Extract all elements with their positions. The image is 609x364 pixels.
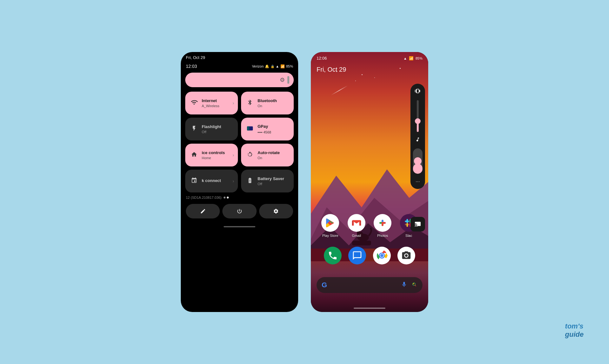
messages-app[interactable] (348, 247, 366, 264)
status-bar-right: 12:06 ▲ 📶 85% (311, 52, 428, 62)
home-indicator-left (224, 226, 255, 227)
quick-connect-title: k connect (202, 178, 233, 183)
play-store-app[interactable]: Play Store (319, 214, 341, 237)
wifi-icon (190, 99, 199, 107)
quick-tiles-grid: Internet A_Wireless › Bluetooth On (185, 92, 294, 192)
battery-saver-subtitle: Off (258, 182, 289, 186)
screenshots-container: Fri, Oct 29 12:03 Verizon 🔔 🔒 ▲ 📶 85% ⚙ (181, 52, 428, 312)
play-store-label: Play Store (322, 234, 338, 237)
phone-right: 12:06 ▲ 📶 85% Fri, Oct 29 (311, 52, 428, 312)
watermark-line1: tom's (565, 322, 583, 330)
gpay-icon (246, 125, 254, 133)
signal-icon-left: 📶 (280, 64, 285, 68)
shooting-star (331, 85, 348, 95)
star (374, 77, 375, 78)
watermark: tom's guide (565, 322, 584, 339)
home-indicator-right (354, 308, 385, 309)
dot-indicator (224, 197, 229, 198)
watermark-line2: guide (565, 330, 584, 338)
edit-button[interactable] (186, 204, 220, 218)
photos-icon (374, 214, 391, 232)
more-options-dots[interactable]: ··· (414, 178, 421, 186)
flashlight-tile[interactable]: Flashlight Off (185, 118, 238, 140)
quick-connect-text: k connect (202, 178, 233, 184)
volume-thumb[interactable] (415, 118, 421, 124)
svg-rect-1 (247, 126, 249, 130)
media-volume-thumb[interactable] (414, 157, 422, 165)
flashlight-icon (190, 125, 199, 133)
bluetooth-tile[interactable]: Bluetooth On (241, 92, 294, 114)
auto-rotate-text: Auto-rotate On (258, 150, 289, 160)
media-volume-slider[interactable] (413, 148, 422, 174)
media-volume-fill (413, 164, 422, 174)
device-controls-tile[interactable]: ice controls Home › (185, 144, 238, 166)
dot-1 (224, 197, 226, 198)
power-button[interactable] (222, 204, 256, 218)
internet-title: Internet (202, 98, 233, 103)
gpay-tile[interactable]: GPay •••• 4568 (241, 118, 294, 140)
internet-tile[interactable]: Internet A_Wireless › (185, 92, 238, 114)
status-icons-left: Verizon 🔔 🔒 ▲ 📶 85% (252, 64, 293, 68)
mic-icon[interactable] (401, 281, 407, 289)
battery-saver-text: Battery Saver Off (258, 176, 289, 186)
rotate-icon (246, 151, 254, 159)
device-controls-subtitle: Home (202, 156, 233, 160)
flashlight-tile-text: Flashlight Off (202, 124, 233, 134)
volume-slider[interactable] (417, 100, 419, 132)
internet-subtitle: A_Wireless (202, 104, 233, 108)
brightness-bar[interactable]: ⚙ (185, 73, 294, 87)
camera-app[interactable] (397, 247, 415, 264)
google-g-logo: G (322, 281, 327, 289)
svg-rect-14 (405, 221, 409, 222)
gmail-app[interactable]: Gmail (345, 214, 368, 237)
battery-saver-title: Battery Saver (258, 176, 289, 181)
gear-icon[interactable]: ⚙ (280, 76, 285, 83)
flashlight-title: Flashlight (202, 124, 233, 129)
device-controls-arrow[interactable]: › (232, 153, 234, 158)
vibrate-icon[interactable] (414, 87, 422, 96)
svg-point-23 (380, 254, 383, 257)
star (400, 68, 401, 69)
bluetooth-subtitle: On (258, 104, 289, 108)
slack-label: Slac (405, 234, 412, 237)
time-left: 12:03 (186, 64, 197, 69)
status-icons-right: ▲ 📶 85% (403, 56, 422, 61)
internet-arrow[interactable]: › (232, 101, 234, 106)
star (355, 81, 356, 81)
chrome-app[interactable] (373, 247, 391, 264)
photos-app[interactable]: Photos (371, 214, 394, 237)
bluetooth-icon (246, 99, 254, 107)
battery-saver-icon (246, 177, 254, 185)
google-search-bar[interactable]: G (317, 277, 422, 293)
phone-app[interactable] (324, 247, 342, 264)
home-icon (190, 151, 199, 159)
auto-rotate-subtitle: On (258, 156, 289, 160)
settings-button[interactable] (259, 204, 293, 218)
dot-2 (227, 197, 229, 198)
flashlight-subtitle: Off (202, 130, 233, 134)
auto-rotate-tile[interactable]: Auto-rotate On (241, 144, 294, 166)
version-text: 12 (SD1A.210817.036) (181, 192, 298, 199)
cast-button[interactable] (410, 217, 425, 231)
quick-connect-arrow[interactable]: › (232, 179, 234, 184)
carrier-text: Verizon (252, 64, 264, 68)
music-note-icon[interactable] (414, 136, 422, 145)
bluetooth-tile-text: Bluetooth On (258, 98, 289, 108)
lens-icon[interactable] (411, 281, 417, 289)
status-bar-2: 12:03 Verizon 🔔 🔒 ▲ 📶 85% (181, 62, 298, 73)
battery-right: 85% (416, 56, 422, 60)
quick-connect-tile[interactable]: k connect › (185, 170, 238, 192)
device-controls-text: ice controls Home (202, 150, 233, 160)
battery-saver-tile[interactable]: Battery Saver Off (241, 170, 294, 192)
brightness-drag (287, 76, 289, 84)
gmail-icon (348, 214, 365, 232)
bluetooth-title: Bluetooth (258, 98, 289, 103)
date-left: Fri, Oct 29 (186, 55, 205, 60)
wifi-icon-left: ▲ (276, 64, 279, 68)
cast-panel (410, 217, 425, 231)
vpn-icon: 🔒 (271, 65, 274, 68)
battery-left: 85% (286, 64, 293, 68)
wallpaper: 12:06 ▲ 📶 85% Fri, Oct 29 (311, 52, 428, 312)
gmail-label: Gmail (352, 234, 361, 237)
app-row-bottom (311, 247, 428, 264)
